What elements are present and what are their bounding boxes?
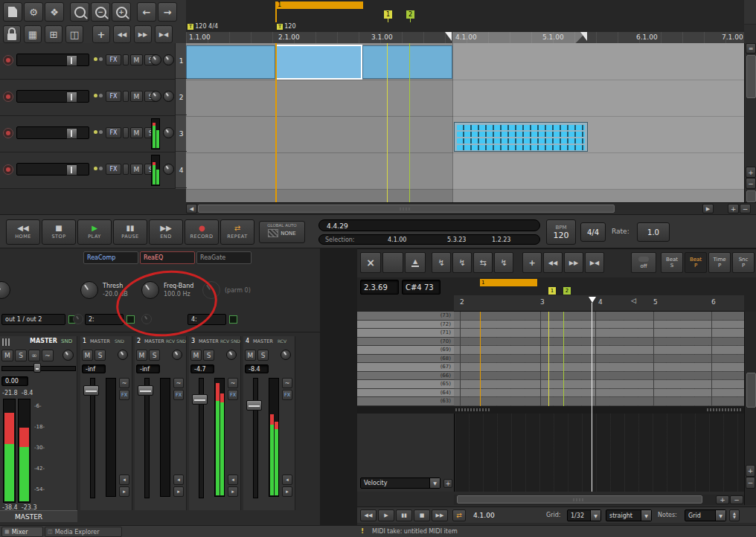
marker-2[interactable]: 2 (406, 10, 414, 19)
midi-go-end-button[interactable]: ▶▶ (564, 252, 583, 273)
fader-thumb[interactable] (66, 55, 77, 66)
cc-tool-3-button[interactable]: ⇆ (473, 252, 493, 273)
midi-stop-button[interactable]: ■ (414, 509, 430, 521)
midi-go-start-button[interactable]: ◀◀ (360, 509, 377, 521)
midi-vscrollbar[interactable]: + − (744, 312, 756, 505)
record-button[interactable]: ●RECORD (185, 219, 219, 245)
strip-volume-value[interactable]: -inf (82, 364, 106, 373)
strip-fx-button[interactable]: FX (173, 390, 184, 400)
strip-fader-thumb[interactable] (138, 385, 153, 396)
strip-send-button[interactable]: ▸ (282, 486, 292, 497)
scroll-right-button[interactable]: ▶ (702, 204, 714, 213)
track-menu-button[interactable]: ≡ (746, 43, 756, 54)
strip-fader-thumb[interactable] (83, 385, 99, 396)
strip-recv-button[interactable]: ◂ (228, 475, 238, 485)
strip-volume-value[interactable]: -8.4 (245, 364, 269, 373)
send-enable-checkbox[interactable] (229, 315, 237, 324)
strip-fader-thumb[interactable] (192, 394, 208, 405)
strip-volume-value[interactable]: -4.7 (190, 364, 214, 373)
strip-send-button[interactable]: ▸ (119, 486, 129, 497)
docker-button[interactable]: ◫ (65, 25, 83, 43)
strip-fader-thumb[interactable] (246, 400, 262, 411)
actions-button[interactable]: ❖ (45, 2, 64, 22)
send-2-dropdown[interactable]: 2: (85, 314, 124, 325)
strip-mute-button[interactable]: M (136, 350, 147, 361)
midi-vzoom-in-button[interactable]: + (746, 465, 755, 477)
piano-key[interactable]: (67) (357, 363, 454, 371)
strip-fader-track[interactable] (90, 378, 95, 498)
strip-solo-button[interactable]: S (94, 350, 106, 361)
fader-thumb[interactable] (66, 91, 77, 103)
midi-repeat-button[interactable]: ⇄ (452, 509, 466, 521)
zoom-in-button[interactable]: + (112, 2, 131, 22)
piano-key[interactable]: (70) (357, 338, 454, 346)
fader-thumb[interactable] (66, 128, 77, 139)
timebase-sync-button[interactable]: SncP (732, 252, 755, 273)
fx-bypass-button[interactable] (123, 54, 129, 65)
fx-button[interactable]: FX (106, 127, 121, 138)
strip-mute-button[interactable]: M (82, 350, 93, 361)
strip-fx-button[interactable]: FX (119, 390, 129, 400)
track-volume-fader[interactable] (16, 126, 89, 139)
midi-edit-cursor-flag[interactable] (589, 297, 596, 303)
strip-pan-knob[interactable] (118, 350, 128, 360)
freq-band-knob[interactable] (141, 281, 159, 299)
fx-slot-reacomp[interactable]: ReaComp (83, 251, 138, 264)
global-auto-button[interactable]: GLOBAL AUTO NONE (259, 221, 305, 243)
pan-knob[interactable] (163, 164, 174, 175)
mixer-strip-3[interactable]: 3 MASTER RCV SND M S -4.7 ~ FX ◂ ▸ (189, 336, 241, 510)
midi-pause-button[interactable]: ▮▮ (396, 509, 412, 521)
midi-region-bar[interactable]: 1 (480, 279, 537, 286)
region-bar[interactable]: 1 (275, 1, 363, 9)
piano-key[interactable]: (64) (357, 389, 454, 397)
tempo-marker-1[interactable]: T 120 4/4 (188, 23, 218, 30)
blank-tool-button[interactable] (382, 252, 403, 273)
vertical-zoom-in-button[interactable]: + (746, 167, 756, 178)
strip-pan-knob[interactable] (281, 350, 291, 360)
track-row-2[interactable]: FX M S (0, 80, 175, 116)
audio-item[interactable] (362, 45, 452, 79)
strip-fx-button[interactable]: FX (282, 390, 292, 400)
scroll-left-button[interactable]: ◀ (186, 204, 197, 213)
midi-hscroll-thumb[interactable] (457, 495, 702, 504)
track-number[interactable]: 4 (176, 152, 187, 188)
time-signature-box[interactable]: 4/4 (580, 222, 606, 242)
arrange-vscrollbar[interactable]: ≡ + − (744, 43, 756, 202)
midi-item[interactable] (454, 122, 588, 152)
marker-lane[interactable] (186, 0, 744, 22)
track-row-1[interactable]: FX M S (0, 43, 175, 80)
strip-recv-button[interactable]: ◂ (119, 475, 129, 485)
cc-tool-2-button[interactable]: ↯ (452, 252, 472, 273)
hscroll-thumb[interactable] (198, 205, 615, 213)
selection-start[interactable]: 4.1.00 (388, 237, 406, 243)
master-solo-button[interactable]: S (15, 350, 27, 361)
mixer-strip-2[interactable]: 2 MASTER RCV SND M S -inf ~ FX ◂ ▸ (135, 336, 187, 510)
width-knob[interactable] (163, 54, 174, 65)
piano-key[interactable]: (66) (357, 372, 454, 380)
piano-key[interactable]: (73) (357, 312, 454, 320)
master-width-slider[interactable] (1, 366, 76, 371)
piano-key[interactable]: (65) (357, 380, 454, 388)
dock-toggle-button[interactable]: off (631, 252, 656, 273)
record-arm-button[interactable] (3, 91, 13, 102)
add-cc-lane-button[interactable]: + (443, 479, 452, 488)
separator-grip[interactable] (707, 408, 741, 411)
arrange-view[interactable] (186, 43, 744, 202)
audio-item-selected[interactable] (275, 45, 362, 80)
selection-end-flag[interactable] (580, 32, 587, 41)
zoom-tool-button[interactable] (70, 2, 89, 22)
vertical-zoom-out-button[interactable]: − (746, 178, 756, 189)
project-settings-button[interactable]: ⚙ (24, 2, 43, 22)
horizontal-zoom-in-button[interactable]: + (728, 204, 739, 213)
tempo-marker-2[interactable]: T 120 (277, 23, 296, 30)
midi-play-button[interactable]: ▶ (378, 509, 394, 521)
notes-mode-dropdown[interactable]: Grid▼ (685, 509, 726, 521)
record-arm-button[interactable] (3, 128, 13, 138)
cc-lane-selector[interactable]: Velocity ▼ (360, 477, 441, 489)
pan-knob[interactable] (150, 54, 161, 65)
midi-vzoom-out-button[interactable]: − (746, 477, 755, 489)
midi-fit-button[interactable]: ▶◀ (585, 252, 604, 273)
mixer-strip-4[interactable]: 4 MASTER RCV M S -8.4 ~ FX ◂ ▸ (243, 336, 295, 510)
master-env-button[interactable]: ~ (42, 350, 54, 361)
fx-bypass-button[interactable] (123, 127, 129, 138)
